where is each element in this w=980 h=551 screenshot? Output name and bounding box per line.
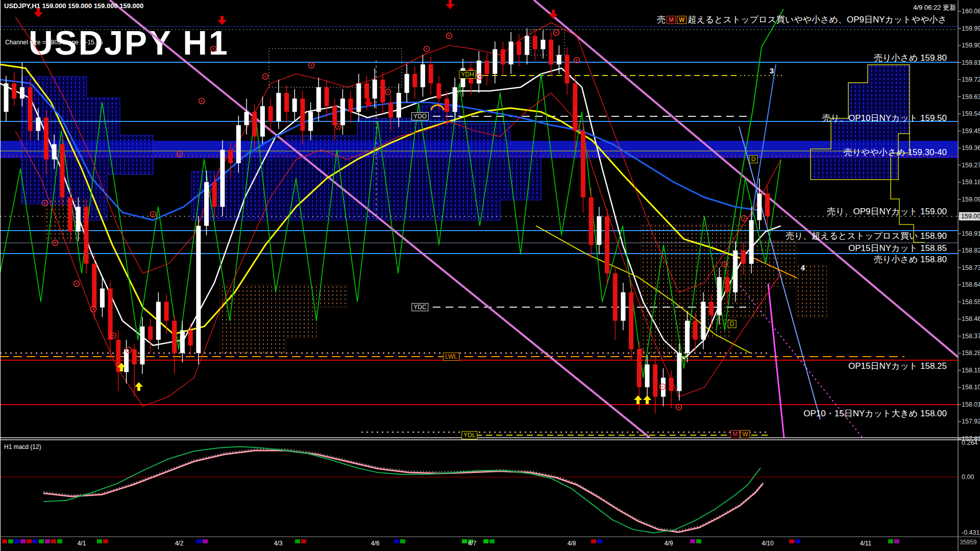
price-tick-label: 160.080 [962,8,980,15]
macd-chart-layer[interactable] [0,446,958,533]
timeline-date-label[interactable]: 4/3 [274,540,283,547]
price-tick-label: 157.920 [962,418,980,425]
candle-bull [356,83,361,112]
main-chart-layer[interactable] [0,0,980,438]
candle-bear [565,55,570,84]
chart-tag-ydl: YDL [461,431,477,439]
entry-ring-dot [311,65,312,66]
timeline-date-label[interactable]: 4/9 [665,540,673,547]
macd-min-label: -0.431 [962,529,979,536]
sell-arrow-icon [217,16,227,25]
channel-info-label: Channel size = 1805 Slope = -15.25 [5,39,103,46]
level-annotation: 売りやや小さめ 159.30-40 [844,146,947,158]
entry-ring-dot [265,76,266,78]
candle-bull [244,112,249,125]
entry-ring-dot [76,283,78,285]
session-color-block [57,539,62,543]
candle-bear [605,216,609,273]
candle-bull [196,226,201,353]
chart-title-ohlc: USDJPY,H1 159.000 159.000 159.000 159.00… [4,2,143,10]
candle-bull [701,302,705,339]
chart-tag-ydh: YDH [459,70,476,79]
candle-bear [188,330,193,345]
buy-arrow-icon [643,395,651,404]
candle-bear [725,277,730,292]
sell-arrow-icon [549,10,558,19]
timeline-date-label[interactable]: 4/8 [568,540,576,547]
candle-bull [180,330,185,353]
candle-bear [332,106,337,125]
entry-ring-dot [179,154,181,155]
candle-bear [380,80,385,103]
candle-bull [292,98,297,112]
timeline-date-label[interactable]: 4/1 [78,540,86,547]
entry-ring-dot [479,76,481,78]
candle-bear [517,42,521,55]
timeline-date-label[interactable]: 4/2 [175,540,184,547]
session-color-block [795,539,800,543]
candle-bull [677,353,681,391]
candle-bull [236,125,241,163]
candle-bear [228,150,233,163]
macd-max-label: 0.264 [962,439,977,446]
chart-tag-ydo: YDO [411,112,429,120]
candle-bull [100,288,105,307]
last-updated-timestamp: 4/9 06:22 更新 [913,3,956,12]
candle-bull [621,292,625,321]
candle-bear [629,292,633,349]
timeline-date-label[interactable]: 4/6 [371,540,380,547]
candle-bear [573,83,577,131]
entry-ring-dot [128,349,130,351]
timeline-date-label[interactable]: 4/11 [860,540,871,547]
session-color-block [489,539,495,543]
price-tick-label: 158.910 [962,230,980,237]
candle-bear [60,144,64,197]
price-tick-label: 158.100 [962,384,980,391]
candle-bear [252,112,257,136]
session-color-block [20,539,26,543]
level-annotation: OP15日NYカット 158.85 [848,242,947,254]
candle-bear [108,288,113,339]
candle-bull [276,93,281,121]
chart-plot-area[interactable] [0,0,980,551]
session-color-block [462,539,467,543]
candle-bull [405,74,409,93]
candle-bull [597,216,601,245]
candle-bull [204,182,209,226]
candle-bear [68,197,72,232]
session-color-block [696,539,701,543]
candle-bear [549,40,553,64]
candle-bear [501,49,505,64]
session-color-block [39,539,44,543]
candle-bull [453,87,457,112]
entry-ring-dot [449,35,450,37]
candle-bull [541,40,545,49]
session-color-block [8,539,13,543]
session-color-block [197,539,202,543]
candle-bear [172,321,177,353]
macd-signal-line [43,450,763,532]
price-tick-label: 159.720 [962,76,980,83]
price-tick-label: 159.360 [962,144,980,152]
ichimoku-cloud-tan [219,285,347,353]
candle-bear [388,103,393,118]
candle-bear [533,36,537,49]
candle-bull [661,378,666,396]
session-color-block [591,539,596,543]
session-color-block [789,539,794,543]
session-color-block [203,539,208,543]
entry-ring-dot [55,242,56,244]
monthly-marker-badge: M [667,16,676,24]
session-color-block [597,539,602,543]
current-price-badge: 159.000 [959,212,980,220]
timeline-date-label[interactable]: 4/10 [762,540,773,547]
top-note-prefix: 売 [657,14,666,26]
candle-bear [589,197,594,245]
entry-ring-dot [724,264,726,265]
timeline-date-label[interactable]: 4/7 [468,540,477,547]
candle-bear [581,131,585,197]
chart-tag-d: D [749,155,758,163]
price-tick-label: 159.990 [962,25,980,32]
session-color-block [690,539,695,543]
session-color-block [894,539,899,543]
